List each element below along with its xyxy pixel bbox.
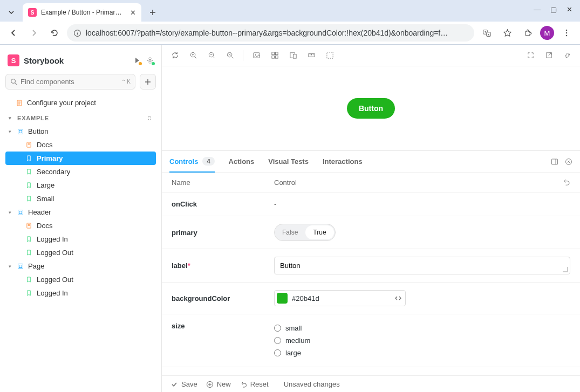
preview-button-component[interactable]: Button [347,98,395,119]
background-button[interactable] [249,48,264,63]
storybook-logo[interactable]: S Storybook [8,54,64,66]
configure-project-link[interactable]: Configure your project [5,96,156,109]
notifications-button[interactable] [133,57,141,64]
svg-point-5 [566,35,568,37]
new-tab-button[interactable] [145,4,161,20]
sync-icon [171,51,179,59]
fullscreen-button[interactable] [523,48,538,63]
collapse-all-button[interactable] [146,115,153,121]
size-option-large[interactable]: large [274,347,570,359]
settings-button[interactable] [146,57,154,64]
star-icon [503,29,512,38]
color-swatch[interactable] [277,293,288,304]
window-minimize[interactable]: — [534,5,541,13]
tree-story-small[interactable]: Small [5,192,156,205]
story-icon [26,155,33,161]
undo-icon [562,178,570,187]
color-format-toggle[interactable] [394,294,402,302]
translate-button[interactable] [479,25,495,41]
tree-story-primary[interactable]: Primary [5,152,156,165]
addons-tabs: Controls 4 Actions Visual Tests Interact… [162,150,580,173]
remount-button[interactable] [167,48,182,63]
tab-list-dropdown[interactable] [3,4,19,20]
doc-icon [26,223,33,229]
primary-toggle[interactable]: False True [274,224,336,241]
tree-docs-header[interactable]: Docs [5,219,156,232]
svg-rect-13 [19,211,22,214]
create-button[interactable] [140,74,156,90]
primary-true[interactable]: True [305,225,333,239]
svg-rect-27 [293,54,296,59]
size-option-small[interactable]: small [274,322,570,334]
reload-icon [50,29,59,37]
component-icon [17,263,25,270]
backgroundcolor-input[interactable]: #20b41d [274,290,406,306]
tab-interactions[interactable]: Interactions [323,151,363,173]
tree-component-header[interactable]: ▾ Header [5,205,156,219]
bookmark-button[interactable] [499,25,515,41]
label-input[interactable] [274,257,570,274]
outline-button[interactable] [322,48,337,63]
save-button[interactable]: Save [170,380,197,388]
canvas-preview: Button [162,66,580,150]
grid-button[interactable] [267,48,282,63]
onclick-value: - [274,200,570,208]
tab-controls[interactable]: Controls 4 [169,151,215,173]
main-panel: Button Controls 4 Actions Visual Tests I… [162,45,580,392]
url-field[interactable]: localhost:6007/?path=/story/example-butt… [67,24,474,42]
profile-avatar[interactable]: M [540,26,554,40]
browser-tab[interactable]: S Example / Button - Primary · S ✕ [23,3,141,22]
tree-story-loggedout[interactable]: Logged Out [5,246,156,259]
addons-close-button[interactable] [565,158,572,166]
window-close[interactable]: ✕ [567,5,572,13]
copy-link-button[interactable] [559,48,575,63]
nav-back-button[interactable] [5,25,22,41]
tree-story-secondary[interactable]: Secondary [5,165,156,178]
zoom-in-button[interactable] [186,48,201,63]
svg-rect-15 [18,264,23,269]
extensions-button[interactable] [520,25,536,41]
primary-false[interactable]: False [275,224,304,240]
tree-docs-button[interactable]: Docs [5,138,156,152]
tree-story-page-loggedin[interactable]: Logged In [5,286,156,300]
zoom-out-button[interactable] [204,48,219,63]
tab-visual-tests[interactable]: Visual Tests [268,151,309,173]
measure-button[interactable] [304,48,319,63]
tab-actions[interactable]: Actions [229,151,255,173]
canvas-toolbar [162,45,580,66]
viewport-button[interactable] [285,48,301,63]
svg-rect-22 [271,52,274,55]
puzzle-icon [523,29,533,38]
external-icon [545,51,553,59]
story-icon [26,250,33,256]
translate-icon [482,29,492,38]
undo-button[interactable] [562,178,570,187]
tree-component-button[interactable]: ▾ Button [5,125,156,138]
group-heading-example[interactable]: ▾ EXAMPLE [5,109,156,125]
close-tab-button[interactable]: ✕ [130,9,136,17]
zoom-reset-button[interactable] [222,48,237,63]
control-row-primary: primary False True [162,216,580,249]
search-input[interactable] [21,78,131,86]
arrow-right-icon [30,29,38,37]
tree-story-loggedin[interactable]: Logged In [5,232,156,246]
column-header-control: Control [274,178,562,187]
size-option-medium[interactable]: medium [274,334,570,347]
reload-button[interactable] [46,25,63,41]
window-maximize[interactable]: ▢ [550,5,557,13]
nav-forward-button[interactable] [26,25,42,41]
open-isolated-button[interactable] [541,48,556,63]
control-row-onclick: onClick - [162,192,580,216]
doc-icon [16,100,24,106]
reset-button[interactable]: Reset [240,380,269,388]
tree-story-page-loggedout[interactable]: Logged Out [5,273,156,286]
zoom-out-icon [208,51,216,59]
tree-component-page[interactable]: ▾ Page [5,259,156,273]
chrome-menu-button[interactable] [558,25,575,41]
storybook-favicon: S [28,8,37,17]
tree-story-large[interactable]: Large [5,178,156,192]
zoom-in-icon [189,51,197,59]
new-button[interactable]: New [206,380,231,388]
addons-orientation-button[interactable] [551,158,558,166]
component-icon [17,128,25,135]
